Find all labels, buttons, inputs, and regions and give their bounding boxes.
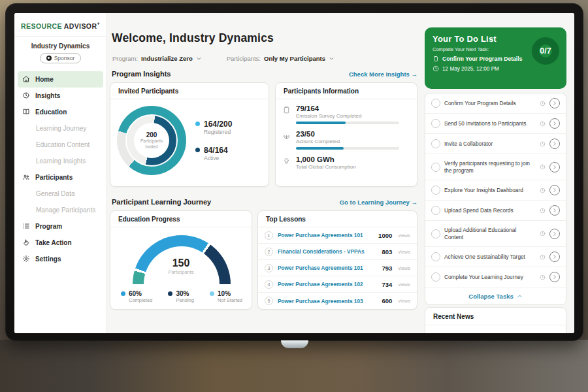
task-row[interactable]: Achieve One Sustainability Target [425, 247, 566, 267]
lesson-row[interactable]: 5 Power Purchase Agreements 103 600 view… [258, 293, 417, 309]
sidebar-item-take-action[interactable]: Take Action [14, 235, 106, 251]
arrow-right-icon: → [412, 71, 418, 78]
legend-value: 10% [218, 290, 242, 297]
gauge-center: 150 Participants [110, 257, 252, 275]
task-label: Send 50 Invitations to Participants [444, 120, 536, 127]
views-suffix: views [398, 265, 410, 271]
sidebar-item-insights[interactable]: Insights [14, 88, 106, 104]
participants-filter-value: Only My Participants [264, 55, 325, 62]
participants-filter-label: Participants: [227, 55, 261, 62]
sidebar-item-learning-insights[interactable]: Learning Insights [14, 153, 106, 169]
lesson-views: 734 [382, 281, 392, 288]
clock-icon [540, 231, 546, 237]
legend-item-active: 84/164 Active [195, 146, 232, 161]
sidebar-item-program[interactable]: Program [14, 218, 106, 235]
task-label: Complete Your Learning Journey [444, 274, 536, 280]
sidebar-item-label: Participants [35, 174, 73, 181]
legend-item-completed: 60% Completed [121, 290, 152, 303]
check-more-insights-link[interactable]: Check More Insights → [349, 71, 417, 78]
task-row[interactable]: Invite a Collaborator [425, 134, 566, 154]
task-checkbox[interactable] [431, 119, 440, 128]
sidebar-item-home[interactable]: Home [18, 71, 103, 88]
task-checkbox[interactable] [431, 252, 440, 261]
chevron-right-icon [552, 254, 557, 259]
task-row[interactable]: Send 50 Invitations to Participants [425, 114, 566, 134]
sidebar-item-education-content[interactable]: Education Content [14, 137, 106, 153]
progress-fill [296, 147, 344, 150]
legend-dot [168, 291, 172, 296]
chevron-right-icon [552, 231, 557, 237]
task-go-button[interactable] [549, 118, 560, 129]
task-row[interactable]: Upload Spend Data Records [425, 201, 566, 221]
task-row[interactable]: Confirm Your Program Details [425, 93, 566, 114]
task-checkbox[interactable] [431, 272, 440, 282]
app-logo: RESOURCE ADVISOR+ [14, 13, 106, 37]
task-checkbox[interactable] [431, 206, 440, 215]
task-go-button[interactable] [549, 185, 560, 195]
collapse-tasks-link[interactable]: Collapse Tasks [425, 287, 566, 304]
task-row[interactable]: Upload Additional Educational Content [425, 221, 566, 247]
lesson-title-link[interactable]: Power Purchase Agreements 103 [278, 298, 377, 304]
task-go-button[interactable] [549, 272, 560, 282]
todo-progress-ring: 0/7 [532, 37, 559, 65]
lesson-row[interactable]: 3 Power Purchase Agreements 101 793 view… [258, 260, 417, 276]
program-dropdown[interactable]: Program: Industrialize Zero [112, 52, 202, 64]
task-row[interactable]: Explore Your Insights Dashboard [425, 180, 566, 201]
task-label: Achieve One Sustainability Target [444, 253, 536, 260]
task-go-button[interactable] [549, 162, 560, 172]
sidebar-item-learning-journey[interactable]: Learning Journey [14, 120, 106, 137]
progress-track [296, 122, 399, 124]
lesson-title-link[interactable]: Power Purchase Agreements 101 [278, 232, 374, 238]
sidebar-item-manage-participants[interactable]: Manage Participants [14, 202, 106, 218]
task-checkbox[interactable] [431, 229, 440, 238]
views-suffix: views [398, 282, 410, 287]
sidebar-item-label: Education [35, 108, 67, 116]
metric-total-consumption: 1,000 GWh Total Global Consumption [282, 155, 409, 172]
donut-center: 200 Participants Invited [134, 123, 169, 158]
task-go-button[interactable] [549, 98, 560, 108]
legend-dot [195, 122, 200, 126]
recent-news-card: Recent News [425, 307, 566, 333]
lesson-rank: 1 [265, 231, 273, 240]
task-checkbox[interactable] [431, 163, 440, 172]
lesson-title-link[interactable]: Power Purchase Agreements 102 [278, 281, 377, 287]
sidebar-item-participants[interactable]: Participants [14, 169, 106, 186]
donut-center-value: 200 [146, 131, 157, 139]
task-go-button[interactable] [549, 229, 560, 239]
lesson-row[interactable]: 1 Power Purchase Agreements 101 1000 vie… [258, 227, 417, 244]
lightbulb-icon [282, 157, 291, 165]
lesson-title-link[interactable]: Power Purchase Agreements 101 [278, 265, 377, 271]
task-checkbox[interactable] [431, 186, 440, 195]
task-label: Upload Spend Data Records [444, 207, 536, 214]
app-screen: RESOURCE ADVISOR+ Industry Dynamics Spon… [14, 13, 574, 333]
sidebar-item-general-data[interactable]: General Data [14, 186, 106, 202]
lesson-row[interactable]: 4 Power Purchase Agreements 102 734 view… [258, 276, 417, 293]
arrow-right-icon: → [412, 199, 418, 206]
task-go-button[interactable] [549, 139, 560, 149]
task-checkbox[interactable] [431, 99, 440, 108]
task-checkbox[interactable] [431, 139, 440, 148]
go-to-learning-journey-link[interactable]: Go to Learning Journey → [340, 199, 417, 206]
metric-emission-survey: 79/164 Emission Survey Completed [282, 105, 409, 124]
sidebar-item-label: Learning Journey [36, 125, 86, 132]
legend-value: 84/164 [204, 146, 228, 155]
lesson-title-link[interactable]: Financial Considerations - VPPAs [278, 248, 377, 255]
task-label: Verify participants requesting to join t… [444, 160, 536, 174]
sponsor-badge[interactable]: Sponsor [40, 53, 82, 63]
chevron-right-icon [552, 121, 557, 126]
lesson-row[interactable]: 2 Financial Considerations - VPPAs 803 v… [258, 244, 417, 260]
task-row[interactable]: Verify participants requesting to join t… [425, 154, 566, 180]
lesson-rank: 2 [265, 248, 273, 256]
task-go-button[interactable] [549, 205, 560, 216]
sidebar-item-education[interactable]: Education [14, 104, 106, 120]
chevron-right-icon [552, 274, 557, 280]
sidebar-item-settings[interactable]: Settings [14, 251, 106, 267]
task-row[interactable]: Complete Your Learning Journey [425, 267, 566, 287]
metric-value: 1,000 GWh [296, 155, 356, 163]
legend-dot [195, 148, 200, 152]
legend-value: 30% [176, 290, 194, 297]
task-go-button[interactable] [549, 252, 560, 262]
invited-participants-body: 200 Participants Invited 164/200 Registe… [110, 99, 269, 182]
program-filter-label: Program: [112, 55, 138, 62]
participants-dropdown[interactable]: Participants: Only My Participants [227, 52, 335, 64]
